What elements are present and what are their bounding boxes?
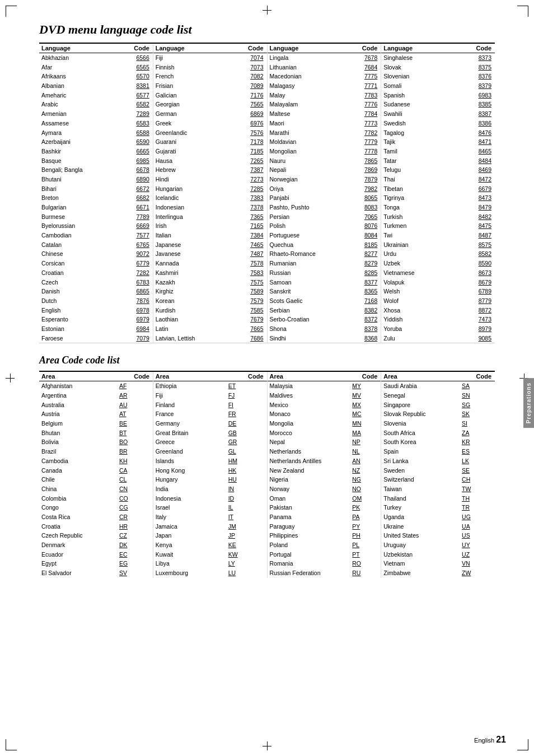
table-row: VietnamVN <box>381 559 495 568</box>
area-code: BR <box>117 447 153 456</box>
language-code: 8076 <box>348 221 381 231</box>
table-row: Azerbaijani6590 <box>39 137 153 147</box>
table-row: Tonga8479 <box>381 203 495 212</box>
language-name: Malagasy <box>268 81 348 91</box>
area-name: Afghanistan <box>39 381 117 391</box>
table-row: Xhosa8872 <box>381 306 495 315</box>
table-row: Maori7773 <box>268 119 381 128</box>
table-row: Kannada7578 <box>153 259 267 268</box>
language-code: 8872 <box>453 306 495 315</box>
table-row: Samoan8377 <box>268 278 381 287</box>
table-row: Corsican6779 <box>39 259 153 268</box>
language-code: 8471 <box>453 137 495 147</box>
language-code: 7387 <box>230 165 266 175</box>
area-name: Poland <box>268 540 350 550</box>
table-row: Bhutani6890 <box>39 175 153 184</box>
area-name: Hong Kong <box>153 466 226 475</box>
language-name: Hebrew <box>153 165 230 175</box>
table-row: LibyaLY <box>153 559 267 568</box>
table-row: ThailandTH <box>381 494 495 503</box>
area-name: Spain <box>381 447 460 456</box>
area-name: Japan <box>153 531 226 540</box>
dvd-col4-code-header: Code <box>453 44 495 53</box>
area-name: France <box>153 409 226 419</box>
language-code: 7982 <box>348 184 381 194</box>
language-name: Yoruba <box>381 324 452 334</box>
table-row: AustraliaAU <box>39 400 153 410</box>
table-row: SingaporeSG <box>381 400 495 410</box>
table-row: FijiFJ <box>153 391 267 400</box>
area-name: Maldives <box>268 391 350 400</box>
table-row: ZimbabweZW <box>381 568 495 578</box>
table-row: Kazakh7575 <box>153 278 267 287</box>
area-col3-code-header: Code <box>350 372 381 381</box>
language-name: Korean <box>153 296 230 306</box>
table-row: Sindhi8368 <box>268 334 381 343</box>
area-code: ZA <box>460 428 495 438</box>
area-name: Belgium <box>39 419 117 428</box>
language-code: 7589 <box>230 287 266 296</box>
table-row: Yoruba8979 <box>381 324 495 334</box>
area-code: ET <box>226 381 267 391</box>
area-name: Taiwan <box>381 484 460 494</box>
area-name: Switzerland <box>381 475 460 484</box>
area-name: Netherlands <box>268 447 350 456</box>
area-name: Islands <box>153 456 226 466</box>
table-row: Turkish8482 <box>381 212 495 222</box>
area-name: Greenland <box>153 447 226 456</box>
table-row: Bengali; Bangla6678 <box>39 165 153 175</box>
area-col1-code-header: Code <box>117 372 153 381</box>
area-name: Fiji <box>153 391 226 400</box>
table-row: UzbekistanUZ <box>381 550 495 559</box>
language-code: 7178 <box>230 137 266 147</box>
area-col-3: Area Code MalaysiaMYMaldivesMVMexicoMXMo… <box>268 372 382 577</box>
language-code: 8679 <box>453 278 495 287</box>
area-code: AU <box>117 400 153 410</box>
area-name: Nigeria <box>268 475 350 484</box>
language-name: Assamese <box>39 119 117 128</box>
dvd-table-4: Language Code Singhalese8373Slovak8375Sl… <box>381 44 495 343</box>
area-name: Bhutan <box>39 428 117 438</box>
language-code: 6983 <box>453 91 495 100</box>
table-row: Italian7384 <box>153 231 267 240</box>
table-row: Japanese7465 <box>153 240 267 250</box>
area-code: MY <box>350 381 381 391</box>
language-code: 7273 <box>230 175 266 184</box>
area-code: VN <box>460 559 495 568</box>
table-row: Moldavian7779 <box>268 137 381 147</box>
language-name: Bhutani <box>39 175 117 184</box>
language-name: Macedonian <box>268 72 348 81</box>
language-code: 7784 <box>348 109 381 119</box>
preparations-tab: Preparations <box>523 378 534 428</box>
area-code: CO <box>117 494 153 503</box>
table-row: Hindi7273 <box>153 175 267 184</box>
area-name: Romania <box>268 559 350 568</box>
language-code: 6779 <box>117 259 153 268</box>
table-row: FinlandFI <box>153 400 267 410</box>
language-name: Tagalog <box>381 128 452 138</box>
table-row: SloveniaSI <box>381 419 495 428</box>
area-code: IN <box>226 484 267 494</box>
language-name: Kurdish <box>153 306 230 315</box>
area-code: HR <box>117 522 153 531</box>
area-code: AT <box>117 409 153 419</box>
language-code: 8378 <box>348 324 381 334</box>
area-code: SN <box>460 391 495 400</box>
language-name: Laothian <box>153 315 230 324</box>
language-code: 8385 <box>453 100 495 109</box>
table-row: CongoCG <box>39 503 153 512</box>
table-row: Quechua8185 <box>268 240 381 250</box>
area-code: AF <box>117 381 153 391</box>
table-row: PhilippinesPH <box>268 531 381 540</box>
table-row: IndonesiaID <box>153 494 267 503</box>
area-code: PY <box>350 522 381 531</box>
language-code: 7679 <box>230 315 266 324</box>
language-code: 7876 <box>117 296 153 306</box>
area-name: El Salvador <box>39 568 117 578</box>
footer: English 21 <box>474 735 506 745</box>
area-col2-code-header: Code <box>226 372 267 381</box>
dvd-col1-code-header: Code <box>117 44 153 53</box>
table-row: IsraelIL <box>153 503 267 512</box>
area-code: CR <box>117 512 153 522</box>
table-row: Costa RicaCR <box>39 512 153 522</box>
